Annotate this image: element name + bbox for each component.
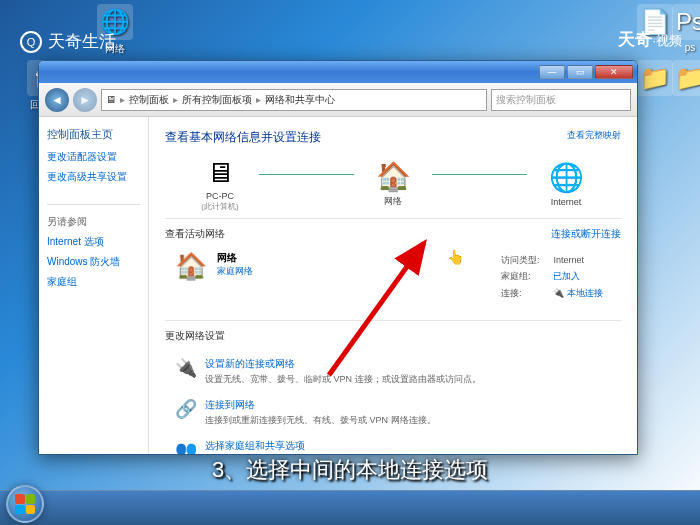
see-also-header: 另请参阅 <box>47 215 140 229</box>
start-button[interactable] <box>6 485 44 523</box>
page-title: 查看基本网络信息并设置连接 <box>165 129 621 146</box>
titlebar: — ▭ ✕ <box>39 61 637 83</box>
sidebar-link-advanced[interactable]: 更改高级共享设置 <box>47 170 140 184</box>
house-icon: 🏠 <box>377 160 409 192</box>
sidebar-also-internet[interactable]: Internet 选项 <box>47 235 140 249</box>
pc-icon: 🖥 <box>204 156 236 188</box>
forward-button[interactable]: ► <box>73 88 97 112</box>
breadcrumb[interactable]: 🖥▸ 控制面板▸ 所有控制面板项▸ 网络和共享中心 <box>101 89 487 111</box>
search-input[interactable]: 搜索控制面板 <box>491 89 631 111</box>
main-panel: 查看完整映射 查看基本网络信息并设置连接 🖥PC-PC(此计算机) 🏠网络 🌐I… <box>149 117 637 454</box>
connect-link[interactable]: 连接或断开连接 <box>551 227 621 241</box>
cfg-icon: 🔌 <box>175 357 197 379</box>
maximize-button[interactable]: ▭ <box>567 65 593 79</box>
cfg-link[interactable]: 设置新的连接或网络 <box>205 357 481 371</box>
taskbar[interactable] <box>0 490 700 525</box>
sidebar-link-adapter[interactable]: 更改适配器设置 <box>47 150 140 164</box>
cursor-icon: 👆 <box>447 249 464 265</box>
watermark-right: 天奇·视频 <box>618 28 682 51</box>
sidebar-home[interactable]: 控制面板主页 <box>47 127 140 142</box>
control-panel-window: — ▭ ✕ ◄ ► 🖥▸ 控制面板▸ 所有控制面板项▸ 网络和共享中心 搜索控制… <box>38 60 638 455</box>
cfg-icon: 👥 <box>175 439 197 454</box>
prop-link[interactable]: 🔌 本地连接 <box>547 286 609 300</box>
minimize-button[interactable]: — <box>539 65 565 79</box>
cfg-link[interactable]: 连接到网络 <box>205 398 436 412</box>
desktop-icon[interactable]: 📁 <box>665 60 700 98</box>
back-button[interactable]: ◄ <box>45 88 69 112</box>
prop-link[interactable]: 已加入 <box>547 269 609 283</box>
network-icon: 🏠 <box>175 251 207 283</box>
sidebar-also-homegroup[interactable]: 家庭组 <box>47 275 140 289</box>
globe-icon: 🌐 <box>550 162 582 194</box>
network-type-link[interactable]: 家庭网络 <box>217 265 483 278</box>
nav-bar: ◄ ► 🖥▸ 控制面板▸ 所有控制面板项▸ 网络和共享中心 搜索控制面板 <box>39 83 637 117</box>
sidebar: 控制面板主页 更改适配器设置 更改高级共享设置 另请参阅 Internet 选项… <box>39 117 149 454</box>
network-map: 🖥PC-PC(此计算机) 🏠网络 🌐Internet <box>165 156 621 212</box>
full-map-link[interactable]: 查看完整映射 <box>567 129 621 142</box>
cfg-link[interactable]: 选择家庭组和共享选项 <box>205 439 457 453</box>
watermark-left: Q天奇生活 <box>20 30 116 53</box>
cfg-icon: 🔗 <box>175 398 197 420</box>
close-button[interactable]: ✕ <box>595 65 633 79</box>
sidebar-also-firewall[interactable]: Windows 防火墙 <box>47 255 140 269</box>
caption: 3、选择中间的本地连接选项 <box>212 455 488 485</box>
